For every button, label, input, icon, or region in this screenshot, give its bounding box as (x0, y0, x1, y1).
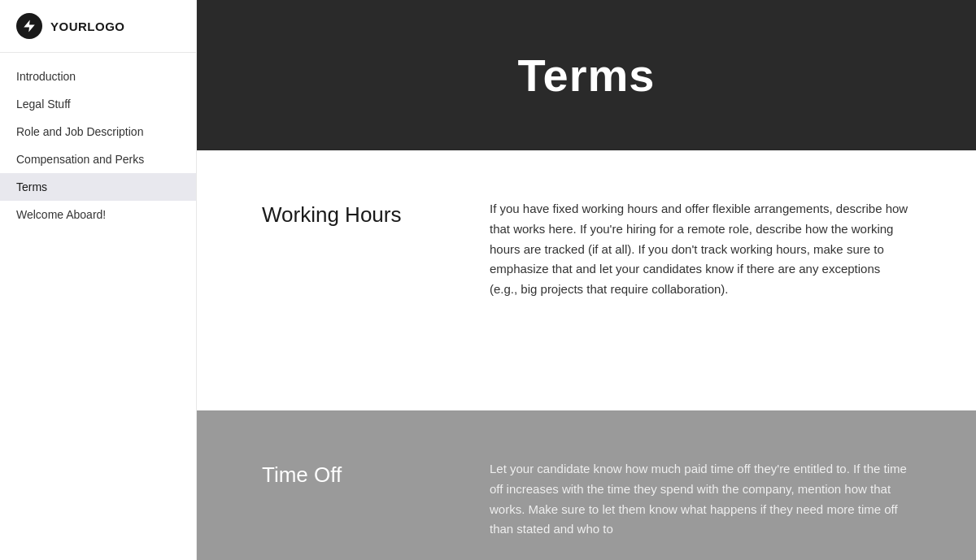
sidebar-item-introduction[interactable]: Introduction (0, 63, 196, 90)
page-title: Terms (518, 49, 656, 102)
logo-area: YOURLOGO (0, 0, 196, 53)
sidebar-item-legal-stuff[interactable]: Legal Stuff (0, 90, 196, 118)
logo-text: YOURLOGO (50, 20, 125, 33)
sidebar-item-compensation-perks[interactable]: Compensation and Perks (0, 145, 196, 173)
section-title-working-hours: Working Hours (262, 199, 490, 228)
bolt-icon (22, 19, 37, 33)
sidebar-item-terms[interactable]: Terms (0, 173, 196, 201)
section-body-working-hours: If you have fixed working hours and offe… (490, 199, 911, 300)
section-title-time-off: Time Off (262, 459, 490, 488)
sidebar: YOURLOGO IntroductionLegal StuffRole and… (0, 0, 197, 560)
section-time-off: Time OffLet your candidate know how much… (197, 410, 976, 560)
sidebar-item-role-job-description[interactable]: Role and Job Description (0, 118, 196, 145)
nav-list: IntroductionLegal StuffRole and Job Desc… (0, 53, 196, 560)
section-working-hours: Working HoursIf you have fixed working h… (197, 150, 976, 410)
main-content: Terms Working HoursIf you have fixed wor… (197, 0, 976, 560)
hero-header: Terms (197, 0, 976, 150)
section-body-time-off: Let your candidate know how much paid ti… (490, 459, 911, 540)
logo-icon (16, 13, 42, 39)
sidebar-item-welcome-aboard[interactable]: Welcome Aboard! (0, 201, 196, 228)
